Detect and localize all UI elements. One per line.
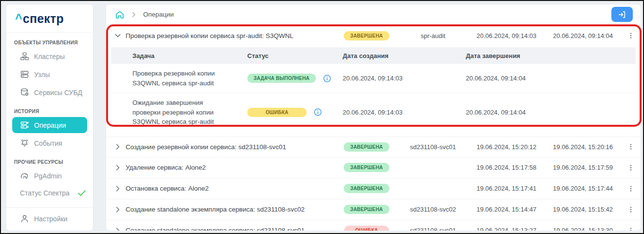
info-icon[interactable] (323, 74, 331, 83)
operation-title: Создание standalone экземпляра сервиса: … (126, 227, 335, 231)
kebab-menu-icon[interactable] (621, 227, 641, 231)
chevron-right-icon[interactable] (106, 164, 126, 172)
status-badge: ЗАВЕРШЕНА (344, 205, 389, 214)
pgadmin-icon (20, 171, 29, 180)
nodes-icon (20, 70, 29, 79)
operation-service: sd231108-svc02 (398, 206, 468, 213)
operation-finished: 19.06.2024, 15:17:59 (545, 164, 621, 171)
status-badge: ЗАВЕРШЕНА (344, 142, 389, 152)
operation-finished: 20.06.2024, 09:14:04 (545, 32, 621, 39)
sidebar: ^спектр ОБЪЕКТЫ УПРАВЛЕНИЯ Кластеры (6, 4, 93, 231)
sidebar-item-clusters[interactable]: Кластеры (6, 47, 93, 65)
chevron-right-icon[interactable] (106, 227, 126, 231)
chevron-right-icon[interactable] (106, 185, 126, 193)
task-table: Задача Статус Дата создания Дата заверше… (111, 47, 636, 132)
info-icon[interactable] (313, 108, 322, 117)
operation-service: sd231108-svc01 (398, 227, 468, 231)
col-header-task: Задача (111, 52, 247, 59)
operation-row[interactable]: Создание резервной копии сервиса: sd2311… (106, 136, 641, 157)
sidebar-item-label: Статус Спектра (20, 189, 70, 197)
task-name: Проверка резервной копии S3QWNL сервиса … (111, 69, 233, 88)
login-icon (618, 10, 626, 19)
sidebar-item-dbms-services[interactable]: Сервисы СУБД (6, 83, 93, 101)
breadcrumb: Операции (106, 4, 641, 25)
operation-finished: 19.06.2024, 15:15:42 (545, 206, 621, 213)
section-management-objects: ОБЪЕКТЫ УПРАВЛЕНИЯ (6, 33, 93, 47)
home-icon[interactable] (115, 10, 125, 20)
col-header-created: Дата создания (343, 52, 466, 59)
kebab-menu-icon[interactable] (621, 185, 641, 193)
logo-caret: ^ (15, 12, 22, 25)
sidebar-item-settings[interactable]: Настройки (6, 208, 93, 230)
status-badge: ЗАВЕРШЕНА (344, 184, 389, 193)
check-icon (77, 190, 86, 196)
main-panel: Операции Проверка резервной копии сервис… (106, 4, 641, 231)
task-created: 20.06.2024, 09:14:03 (343, 75, 466, 82)
app-window: ^спектр ОБЪЕКТЫ УПРАВЛЕНИЯ Кластеры (0, 0, 644, 234)
operation-finished: 19.06.2024, 15:20:16 (545, 143, 621, 151)
status-badge: ЗАВЕРШЕНА (344, 163, 389, 172)
kebab-menu-icon[interactable] (621, 164, 641, 172)
task-row: Проверка резервной копии S3QWNL сервиса … (111, 64, 636, 93)
operation-created: 19.06.2024, 15:20:12 (468, 143, 545, 151)
sidebar-item-events[interactable]: События (6, 134, 93, 152)
sidebar-item-label: PgAdmin (34, 172, 62, 180)
operation-created: 19.06.2024, 15:17:58 (468, 164, 545, 171)
status-badge: ЗАВЕРШЕНА (344, 31, 389, 40)
bell-icon (20, 138, 29, 148)
cluster-icon (20, 52, 29, 61)
section-other-resources: ПРОЧИЕ РЕСУРСЫ (6, 152, 93, 167)
operation-row[interactable]: Остановка сервиса: Alone2 ЗАВЕРШЕНА 19.0… (106, 178, 641, 199)
operation-row[interactable]: Удаление сервиса: Alone2 ЗАВЕРШЕНА 19.06… (106, 157, 641, 178)
sidebar-item-label: Узлы (34, 71, 50, 78)
logo-text: спектр (23, 12, 64, 25)
task-table-header: Задача Статус Дата создания Дата заверше… (111, 47, 636, 64)
col-header-status: Статус (247, 52, 343, 59)
chevron-right-icon (130, 11, 137, 18)
task-created: 20.06.2024, 09:14:03 (343, 109, 466, 116)
task-finished: 20.06.2024, 09:14:04 (466, 109, 636, 116)
chevron-right-icon[interactable] (106, 206, 126, 214)
operation-service: sd231108-svc01 (398, 143, 468, 151)
col-header-finished: Дата завершения (466, 52, 636, 59)
operation-row[interactable]: Создание standalone экземпляра сервиса: … (106, 220, 641, 231)
logout-button[interactable] (611, 7, 633, 22)
operation-title: Создание резервной копии сервиса: sd2311… (126, 143, 335, 151)
sidebar-item-label: События (34, 139, 62, 147)
operation-created: 19.06.2024, 15:13:27 (468, 227, 545, 231)
operation-title: Проверка резервной копии сервиса spr-aud… (126, 32, 335, 39)
sidebar-item-spektr-status[interactable]: Статус Спектра (6, 185, 93, 201)
operation-created: 20.06.2024, 09:14:03 (468, 32, 545, 39)
operation-row-expanded[interactable]: Проверка резервной копии сервиса spr-aud… (106, 25, 641, 46)
kebab-menu-icon[interactable] (621, 143, 641, 151)
sidebar-item-nodes[interactable]: Узлы (6, 65, 93, 83)
operation-created: 19.06.2024, 15:17:41 (468, 185, 545, 192)
kebab-menu-icon[interactable] (621, 206, 641, 214)
operation-service: spr-audit (398, 32, 468, 39)
chevron-right-icon[interactable] (106, 143, 126, 151)
chevron-down-icon[interactable] (106, 32, 126, 39)
section-history: ИСТОРИЯ (6, 101, 93, 116)
sidebar-item-label: Кластеры (34, 53, 65, 60)
operation-row[interactable]: Создание standalone экземпляра сервиса: … (106, 199, 641, 220)
sidebar-item-operations[interactable]: Операции (12, 117, 87, 133)
task-finished: 20.06.2024, 09:14:04 (466, 75, 636, 82)
status-badge: ЗАДАЧА ВЫПОЛНЕНА (247, 74, 316, 83)
database-icon (20, 88, 29, 97)
task-name: Ожидание завершения проверки резервной к… (111, 98, 233, 127)
breadcrumb-current: Операции (143, 11, 174, 18)
task-row: Ожидание завершения проверки резервной к… (111, 93, 636, 132)
kebab-menu-icon[interactable] (621, 32, 641, 39)
operation-finished: 19.06.2024, 15:17:44 (545, 185, 621, 192)
operation-title: Удаление сервиса: Alone2 (126, 164, 335, 171)
status-badge: ОШИБКА (344, 226, 389, 231)
operation-finished: 19.06.2024, 15:13:30 (545, 227, 621, 231)
sidebar-item-pgadmin[interactable]: PgAdmin (6, 167, 93, 185)
sidebar-item-label: Операции (34, 121, 66, 129)
operations-icon (20, 120, 29, 130)
operation-title: Создание standalone экземпляра сервиса: … (126, 206, 335, 213)
logo: ^спектр (6, 4, 93, 33)
sidebar-item-label: Настройки (34, 215, 68, 223)
operation-title: Остановка сервиса: Alone2 (126, 185, 335, 192)
user-icon (20, 214, 29, 223)
